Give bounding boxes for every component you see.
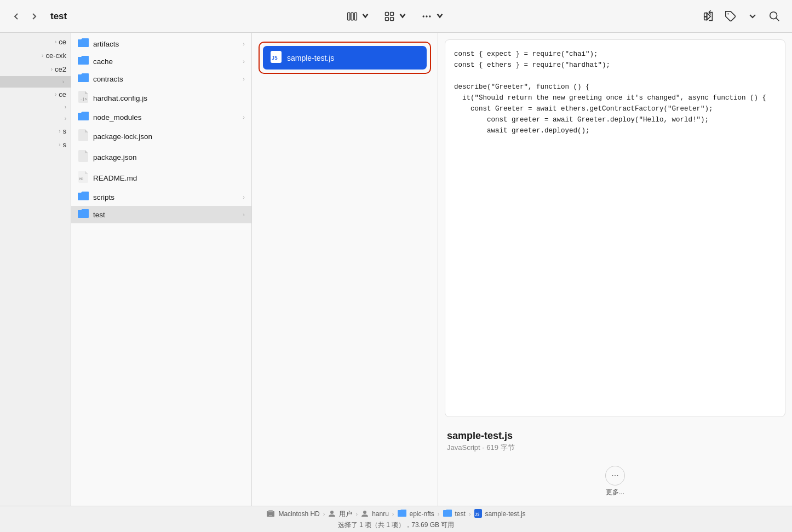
sidebar-item-8[interactable]: › s <box>0 138 71 152</box>
svg-rect-4 <box>391 12 394 15</box>
folder-icon <box>78 73 89 84</box>
more-actions-button[interactable]: ··· <box>605 466 625 485</box>
folder-icon <box>78 209 89 220</box>
main-content: › ce › ce-cxk › ce2 › › ce › › › s <box>0 33 792 506</box>
file-name: sample-test.js <box>287 54 334 62</box>
chevron-icon: › <box>65 104 66 110</box>
sidebar-item-3[interactable]: › <box>0 76 71 88</box>
highlight-border: JS sample-test.js <box>259 42 431 74</box>
chevron-icon: › <box>51 66 53 72</box>
breadcrumb-hanru: hanru <box>372 510 389 518</box>
sidebar-item-7[interactable]: › s <box>0 124 71 138</box>
separator: - <box>480 443 487 452</box>
file-item-artifacts[interactable]: artifacts › <box>71 35 251 53</box>
breadcrumb-sep-4: › <box>438 511 440 517</box>
folder-icon <box>78 56 89 67</box>
file-icon <box>78 129 89 143</box>
file-icon: MD <box>78 171 89 185</box>
breadcrumb-user-icon <box>361 510 369 519</box>
svg-point-9 <box>429 15 431 17</box>
folder-icon <box>78 38 89 49</box>
file-size: 619 字节 <box>486 443 514 452</box>
more-options-button[interactable] <box>418 9 449 24</box>
nav-buttons <box>9 9 42 24</box>
svg-point-21 <box>330 511 334 514</box>
file-name: README.md <box>93 174 137 182</box>
toolbar-center-controls <box>343 9 449 24</box>
file-item-package-lock[interactable]: package-lock.json <box>71 126 251 147</box>
breadcrumb-users: 用户 <box>339 510 352 519</box>
back-button[interactable] <box>9 9 24 24</box>
svg-rect-19 <box>268 510 273 512</box>
file-name: package-lock.json <box>93 132 152 141</box>
chevron-icon: › <box>243 194 245 200</box>
svg-rect-3 <box>386 12 389 15</box>
file-name: package.json <box>93 153 137 161</box>
breadcrumb-sep-3: › <box>392 511 394 517</box>
chevron-icon: › <box>62 79 64 85</box>
file-name: hardhat.config.js <box>93 94 147 102</box>
chevron-icon: › <box>59 128 60 134</box>
breadcrumb-test: test <box>455 510 466 518</box>
status-text: 选择了 1 项（共 1 项），73.69 GB 可用 <box>338 521 455 530</box>
file-item-test[interactable]: test › <box>71 206 251 223</box>
sidebar-label: ce <box>59 90 66 99</box>
column-view-button[interactable] <box>343 9 374 24</box>
sidebar-item-1[interactable]: › ce-cxk <box>0 49 71 62</box>
svg-rect-0 <box>348 13 350 20</box>
file-item-scripts[interactable]: scripts › <box>71 188 251 206</box>
share-button[interactable] <box>700 8 718 25</box>
folder-icon <box>78 192 89 203</box>
chevron-icon: › <box>65 115 66 122</box>
file-name: artifacts <box>93 40 119 48</box>
chevron-down-button[interactable] <box>744 8 761 25</box>
ellipsis-icon: ··· <box>611 471 618 481</box>
file-item-contracts[interactable]: contracts › <box>71 70 251 88</box>
toolbar-right-controls <box>700 8 783 25</box>
file-item-cache[interactable]: cache › <box>71 53 251 70</box>
svg-point-8 <box>426 15 427 17</box>
breadcrumb-epic-folder-icon <box>398 510 406 518</box>
file-details-name: sample-test.js <box>447 430 513 442</box>
file-item-package-json[interactable]: package.json <box>71 147 251 167</box>
chevron-icon: › <box>55 39 56 45</box>
sidebar-item-4[interactable]: › ce <box>0 88 71 101</box>
breadcrumb-hd-icon <box>266 510 275 519</box>
chevron-icon: › <box>243 58 245 65</box>
file-item-node-modules[interactable]: node_modules › <box>71 108 251 126</box>
code-preview: const { expect } = require("chai"); cons… <box>445 39 785 417</box>
file-name: cache <box>93 57 113 66</box>
search-button[interactable] <box>766 8 783 25</box>
sidebar-label: ce-cxk <box>45 51 66 60</box>
sidebar-left: › ce › ce-cxk › ce2 › › ce › › › s <box>0 33 71 506</box>
sidebar-item-5[interactable]: › <box>0 101 71 113</box>
sidebar-item-2[interactable]: › ce2 <box>0 62 71 76</box>
chevron-icon: › <box>59 142 60 148</box>
svg-point-7 <box>423 15 424 17</box>
chevron-icon: › <box>55 91 56 97</box>
test-folder-column: JS sample-test.js <box>252 33 438 506</box>
file-name: scripts <box>93 193 114 201</box>
file-name: test <box>93 211 105 219</box>
svg-rect-2 <box>354 13 357 20</box>
chevron-icon: › <box>243 114 245 120</box>
sidebar-label: ce2 <box>55 65 66 73</box>
file-item-readme[interactable]: MD README.md <box>71 167 251 188</box>
breadcrumb-js-icon: JS <box>474 509 482 519</box>
sidebar-label: ce <box>59 38 66 46</box>
chevron-icon: › <box>243 76 245 82</box>
sample-test-file-item[interactable]: JS sample-test.js <box>263 46 427 70</box>
svg-text:JS: JS <box>272 55 278 61</box>
svg-text:MD: MD <box>79 177 84 181</box>
file-item-hardhat[interactable]: .js hardhat.config.js <box>71 88 251 108</box>
sidebar-item-6[interactable]: › <box>0 113 71 124</box>
breadcrumb-sep: › <box>323 511 325 517</box>
more-label: 更多... <box>606 488 624 497</box>
preview-pane: const { expect } = require("chai"); cons… <box>438 33 792 506</box>
grid-view-button[interactable] <box>381 9 411 24</box>
breadcrumb-hd: Macintosh HD <box>278 510 319 518</box>
forward-button[interactable] <box>26 9 42 24</box>
tag-button[interactable] <box>722 8 739 25</box>
svg-rect-6 <box>391 17 394 20</box>
sidebar-item-0[interactable]: › ce <box>0 35 71 49</box>
